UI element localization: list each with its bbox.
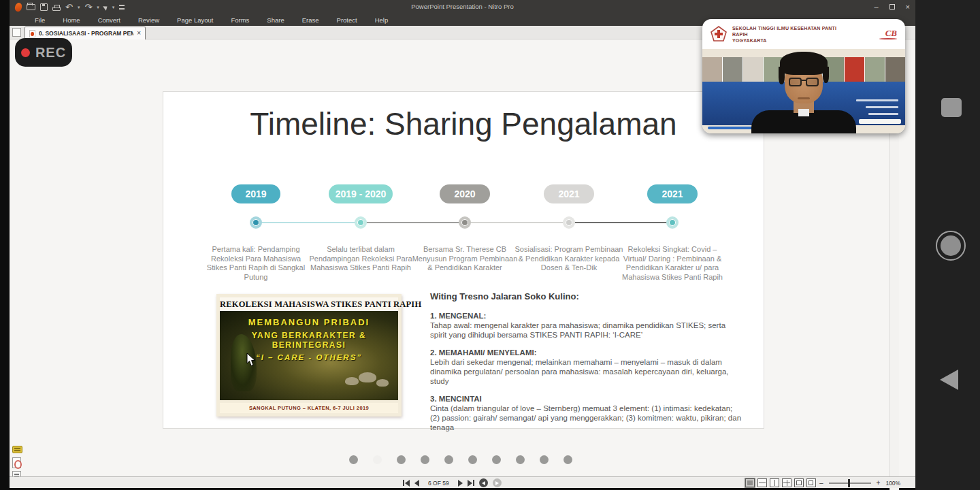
tab-strip-side-icon[interactable] <box>12 28 21 37</box>
last-page-button[interactable] <box>468 480 474 487</box>
fit-page-view-icon[interactable] <box>794 478 804 487</box>
close-button[interactable]: × <box>906 3 910 11</box>
pager-dots <box>349 455 572 464</box>
menu-home[interactable]: Home <box>54 14 88 26</box>
photo-thumbnail <box>702 57 722 82</box>
slide-notes: Witing Tresno Jalaran Soko Kulino: 1. ME… <box>430 291 742 441</box>
android-navigation-bar <box>915 0 980 490</box>
cb-label: CB <box>885 28 897 38</box>
zoom-slider-handle[interactable] <box>848 479 850 487</box>
first-page-button[interactable] <box>403 480 410 487</box>
zoom-in-button[interactable]: + <box>877 479 881 487</box>
menu-protect[interactable]: Protect <box>328 14 366 26</box>
poster-line2: YANG BERKARAKTER & BERINTEGRASI <box>220 331 398 350</box>
vertical-scrollbar[interactable]: ▲ ▼ <box>889 79 899 490</box>
single-page-view-icon[interactable] <box>745 478 755 487</box>
previous-page-button[interactable] <box>414 480 419 487</box>
zoom-out-button[interactable]: – <box>819 479 823 487</box>
timeline-dot-core <box>669 219 676 226</box>
minimize-button[interactable]: – <box>874 3 878 11</box>
maximize-button[interactable] <box>889 4 895 10</box>
speaker-mouth <box>798 97 810 99</box>
timeline-description: Bersama Sr. Therese CB Menyusun Program … <box>409 245 521 273</box>
sheep-figure <box>345 377 359 385</box>
glasses-icon <box>789 78 819 86</box>
view-mode-buttons <box>745 478 816 487</box>
photo-thumbnail <box>885 57 905 82</box>
slide-title: Timeline: Sharing Pengalaman <box>163 105 764 142</box>
timeline-dot <box>459 216 471 229</box>
timeline-year-pill: 2020 <box>440 184 490 203</box>
mouse-cursor <box>246 353 257 367</box>
menu-file[interactable]: File <box>26 14 54 26</box>
institution-name: SEKOLAH TINGGI ILMU KESEHATAN PANTI RAPI… <box>732 25 848 44</box>
timeline-description: Selalu terlibat dalam Pendampingan Rekol… <box>305 245 416 273</box>
clerical-collar <box>798 109 809 116</box>
zoom-slider[interactable] <box>829 483 871 484</box>
note-body: Lebih dari sekedar mengenal; melainkan m… <box>430 357 742 386</box>
continuous-view-icon[interactable] <box>757 478 767 487</box>
menu-help[interactable]: Help <box>366 14 397 26</box>
menu-forms[interactable]: Forms <box>222 14 258 26</box>
recents-button[interactable] <box>941 98 962 117</box>
comments-panel-icon[interactable] <box>12 446 22 453</box>
zoom-level: 100% <box>885 480 900 487</box>
photo-thumbnail <box>723 57 742 82</box>
document-tab-label: 0. SOSIALISAASI - PROGRAM PEMBINA... <box>39 30 133 37</box>
webcam-header: SEKOLAH TINGGI ILMU KESEHATAN PANTI RAPI… <box>702 19 905 49</box>
pdf-file-icon <box>29 30 35 37</box>
sheep-figure <box>376 379 389 387</box>
menu-review[interactable]: Review <box>129 14 168 26</box>
photo-thumbnail <box>845 57 864 82</box>
timeline-dot <box>563 216 575 229</box>
timeline-dot-core <box>252 219 259 226</box>
banner-instagram-text <box>868 113 898 115</box>
pager-dot <box>373 455 382 464</box>
attachments-panel-icon[interactable] <box>12 457 21 468</box>
menu-share[interactable]: Share <box>258 14 293 26</box>
grid-view-icon[interactable] <box>782 478 791 487</box>
home-button[interactable] <box>936 231 966 261</box>
timeline-year-pill: 2019 - 2020 <box>329 184 393 203</box>
pager-dot <box>540 455 549 464</box>
timeline-dot <box>666 216 679 229</box>
timeline-dot-core <box>566 219 572 226</box>
home-button-core <box>941 235 961 256</box>
recording-indicator[interactable]: REC <box>15 38 72 67</box>
facing-pages-view-icon[interactable] <box>770 478 779 487</box>
next-page-button[interactable] <box>458 480 463 487</box>
timeline-description: Pertama kali: Pendamping Rekoleksi Para … <box>200 245 312 282</box>
timeline-dot <box>355 216 367 229</box>
menu-erase[interactable]: Erase <box>293 14 328 26</box>
device-screen: ↶ ▾ ↷ ▾ ▾ PowerPoint Presentation - Nitr… <box>0 0 980 490</box>
tab-close-icon[interactable]: × <box>137 30 141 37</box>
institution-line1: SEKOLAH TINGGI ILMU KESEHATAN PANTI RAPI… <box>732 25 848 37</box>
stikes-panti-rapih-logo-icon <box>710 26 727 42</box>
fit-width-view-icon[interactable] <box>806 478 816 487</box>
banner-white-bar <box>859 119 901 124</box>
timeline-line <box>256 222 361 223</box>
banner-website-text <box>856 99 898 101</box>
menu-convert[interactable]: Convert <box>89 14 129 26</box>
back-button[interactable] <box>940 370 958 390</box>
timeline-year-pill: 2021 <box>647 184 698 203</box>
previous-view-button[interactable] <box>479 478 488 487</box>
timeline-description: Rekoleksi Singkat: Covid – Virtual/ Dari… <box>617 245 728 282</box>
recording-dot-icon <box>21 48 30 57</box>
photo-thumbnail <box>865 57 885 82</box>
slide-page: Timeline: Sharing Pengalaman 2019 2019 -… <box>163 92 764 428</box>
pager-dot <box>564 455 572 464</box>
institution-line2: YOGYAKARTA <box>732 37 848 44</box>
timeline-description: Sosialisasi: Program Pembinaan & Pendidi… <box>513 245 625 273</box>
note-title: 3. MENCINTAI <box>430 395 742 403</box>
page-indicator: 6 OF 59 <box>424 480 453 487</box>
timeline-year-pill: 2019 <box>231 184 280 203</box>
timeline-year-pill: 2021 <box>544 184 594 203</box>
next-view-button[interactable] <box>493 478 502 487</box>
webcam-overlay[interactable]: SEKOLAH TINGGI ILMU KESEHATAN PANTI RAPI… <box>702 19 905 133</box>
menu-page-layout[interactable]: Page Layout <box>168 14 222 26</box>
cb-congregation-logo-icon: CB <box>879 29 897 39</box>
sheep-figure <box>359 372 376 382</box>
webcam-video-feed <box>702 49 905 133</box>
note-body: Cinta (dalam triangular of love – Sternb… <box>430 404 742 432</box>
